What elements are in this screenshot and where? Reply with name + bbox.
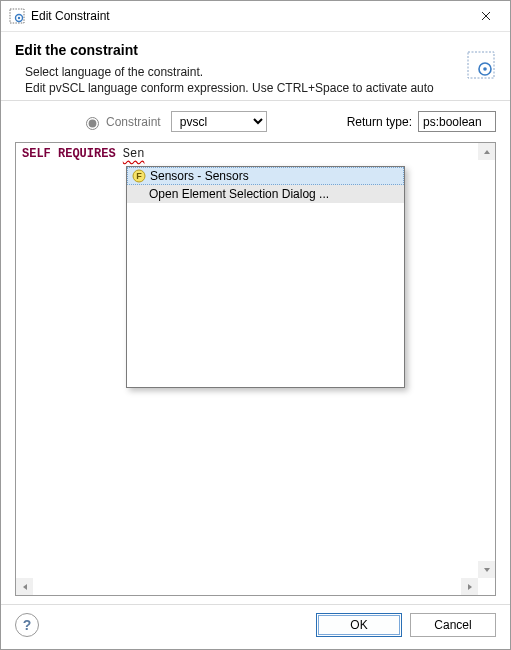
- autocomplete-item-label: Open Element Selection Dialog ...: [149, 187, 329, 201]
- editor-keyword-self: SELF: [22, 147, 51, 161]
- autocomplete-item-label: Sensors - Sensors: [150, 169, 249, 183]
- svg-point-2: [18, 17, 20, 19]
- dialog-window: Edit Constraint Edit the constraint Sele…: [0, 0, 511, 650]
- constraint-radio-label: Constraint: [106, 115, 161, 129]
- constraint-icon: [9, 8, 25, 24]
- svg-point-5: [483, 67, 487, 71]
- close-button[interactable]: [463, 2, 508, 30]
- scroll-up-button[interactable]: [478, 143, 495, 160]
- constraint-radio[interactable]: Constraint: [81, 114, 161, 130]
- svg-text:F: F: [136, 171, 142, 181]
- feature-icon: F: [132, 169, 146, 183]
- scroll-down-button[interactable]: [478, 561, 495, 578]
- header-title: Edit the constraint: [15, 42, 496, 58]
- titlebar: Edit Constraint: [1, 1, 510, 32]
- scroll-right-button[interactable]: [461, 578, 478, 595]
- button-bar: ? OK Cancel: [1, 604, 510, 649]
- editor-keyword-requires: REQUIRES: [58, 147, 116, 161]
- header-subtext-line2: Edit pvSCL language conform expression. …: [25, 80, 496, 96]
- autocomplete-popup: F Sensors - Sensors Open Element Selecti…: [126, 166, 405, 388]
- form-row: Constraint pvscl Return type:: [15, 111, 496, 132]
- editor-partial-token: Sen: [123, 147, 145, 161]
- language-combo[interactable]: pvscl: [171, 111, 267, 132]
- autocomplete-item[interactable]: F Sensors - Sensors: [127, 167, 404, 185]
- return-type-input[interactable]: [418, 111, 496, 132]
- scroll-left-button[interactable]: [16, 578, 33, 595]
- window-title: Edit Constraint: [31, 9, 463, 23]
- header-constraint-icon: [466, 50, 496, 80]
- ok-button[interactable]: OK: [316, 613, 402, 637]
- dialog-content: Constraint pvscl Return type: SELF REQUI…: [1, 101, 510, 604]
- header-subtext-line1: Select language of the constraint.: [25, 64, 496, 80]
- autocomplete-item[interactable]: Open Element Selection Dialog ...: [127, 185, 404, 203]
- dialog-header: Edit the constraint Select language of t…: [1, 32, 510, 100]
- return-type-label: Return type:: [347, 115, 412, 129]
- header-subtext: Select language of the constraint. Edit …: [15, 64, 496, 96]
- expression-editor-container: SELF REQUIRES Sen F: [15, 142, 496, 596]
- constraint-radio-input[interactable]: [86, 117, 99, 130]
- cancel-button[interactable]: Cancel: [410, 613, 496, 637]
- help-button[interactable]: ?: [15, 613, 39, 637]
